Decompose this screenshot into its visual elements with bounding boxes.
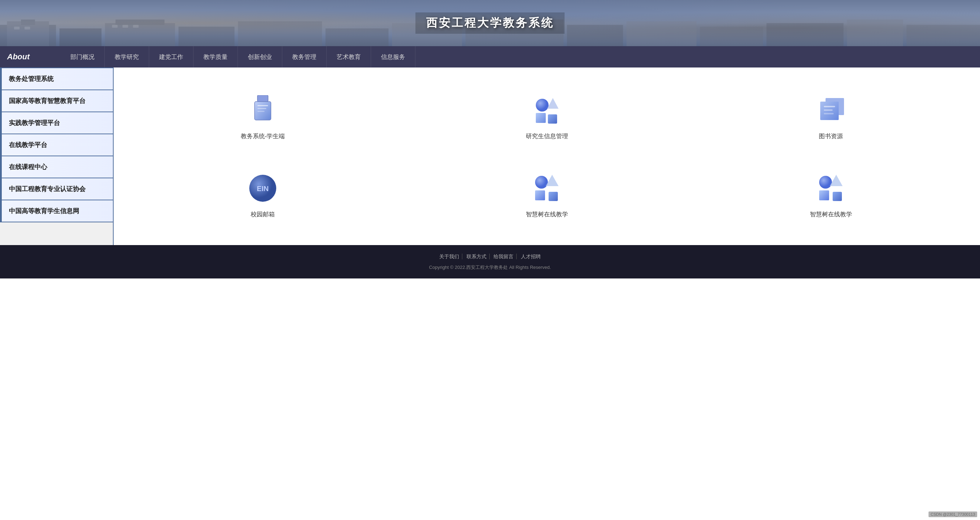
nav-party[interactable]: 建党工作: [149, 46, 194, 67]
svg-rect-2: [21, 19, 35, 25]
svg-text:EIN: EIN: [257, 185, 269, 193]
svg-point-42: [819, 176, 832, 188]
svg-rect-13: [700, 27, 763, 46]
sidebar-item-national[interactable]: 国家高等教育智慧教育平台: [0, 90, 113, 112]
footer-links: 关于我们 联系方式 给我留言 人才招聘: [6, 252, 974, 262]
nav-art[interactable]: 艺术教育: [327, 46, 371, 67]
nav-quality[interactable]: 教学质量: [194, 46, 238, 67]
email-icon: EIN: [245, 172, 280, 204]
svg-rect-16: [907, 25, 980, 46]
nav-innovation[interactable]: 创新创业: [238, 46, 282, 67]
portal-email-label: 校园邮箱: [251, 210, 275, 219]
sidebar-item-course[interactable]: 在线课程中心: [0, 156, 113, 178]
portal-graduate-info[interactable]: 研究生信息管理: [405, 78, 689, 156]
portal-academic-system[interactable]: 教务系统-学生端: [121, 78, 405, 156]
svg-rect-30: [548, 114, 557, 124]
portal-area: 教务系统-学生端: [114, 67, 980, 245]
footer: 关于我们 联系方式 给我留言 人才招聘 Copyright © 2022.西安工…: [0, 245, 980, 279]
svg-rect-44: [819, 190, 829, 200]
svg-rect-24: [258, 105, 268, 106]
svg-rect-34: [824, 109, 833, 111]
sidebar-item-practice[interactable]: 实践教学管理平台: [0, 112, 113, 134]
navbar-links: 部门概况 教学研究 建党工作 教学质量 创新创业 教务管理 艺术教育 信息服务: [60, 46, 973, 67]
svg-rect-1: [7, 21, 49, 46]
svg-rect-22: [258, 95, 268, 102]
footer-copyright: Copyright © 2022.西安工程大学教务处 All Rights Re…: [6, 263, 974, 272]
sidebar: 教务处管理系统 国家高等教育智慧教育平台 实践教学管理平台 在线教学平台 在线课…: [0, 67, 114, 245]
svg-rect-25: [258, 108, 266, 109]
svg-rect-12: [626, 21, 696, 46]
svg-rect-21: [133, 25, 139, 28]
portal-smart-tree-2[interactable]: 智慧树在线教学: [689, 156, 973, 234]
nav-teaching[interactable]: 教学研究: [105, 46, 149, 67]
svg-rect-19: [112, 25, 118, 28]
svg-rect-7: [238, 21, 322, 46]
svg-rect-11: [567, 25, 623, 46]
svg-point-27: [536, 99, 549, 112]
academic-icon: [245, 94, 280, 126]
portal-smart-tree-2-label: 智慧树在线教学: [810, 210, 852, 219]
portal-graduate-label: 研究生信息管理: [526, 132, 568, 140]
svg-rect-14: [767, 23, 844, 46]
sidebar-item-student-info[interactable]: 中国高等教育学生信息网: [0, 200, 113, 222]
portal-smart-tree-1-label: 智慧树在线教学: [526, 210, 568, 219]
portal-library[interactable]: 图书资源: [689, 78, 973, 156]
header-banner: 西安工程大学教务系统: [0, 0, 980, 46]
portal-email[interactable]: EIN 校园邮箱: [121, 156, 405, 234]
footer-message[interactable]: 给我留言: [491, 254, 517, 259]
svg-marker-43: [830, 175, 843, 186]
svg-rect-35: [824, 113, 834, 114]
nav-management[interactable]: 教务管理: [282, 46, 327, 67]
sidebar-item-admin[interactable]: 教务处管理系统: [0, 67, 113, 90]
svg-rect-41: [549, 192, 558, 201]
portal-smart-tree-1[interactable]: 智慧树在线教学: [405, 156, 689, 234]
footer-recruit[interactable]: 人才招聘: [518, 254, 544, 259]
svg-rect-40: [535, 190, 545, 200]
library-icon: [813, 94, 849, 126]
smart-icon: [529, 172, 565, 204]
portal-library-label: 图书资源: [819, 132, 843, 140]
svg-rect-5: [115, 19, 164, 25]
svg-marker-28: [547, 98, 558, 109]
about-label: About: [7, 52, 50, 61]
svg-rect-20: [123, 25, 128, 28]
svg-rect-17: [14, 27, 19, 29]
graduate-icon: [529, 94, 565, 126]
svg-point-38: [535, 176, 548, 188]
svg-marker-39: [546, 175, 558, 186]
svg-rect-26: [258, 111, 264, 112]
footer-contact[interactable]: 联系方式: [464, 254, 490, 259]
svg-rect-45: [833, 192, 842, 201]
svg-rect-8: [326, 29, 388, 46]
svg-rect-3: [60, 29, 102, 46]
sidebar-item-online[interactable]: 在线教学平台: [0, 134, 113, 156]
nav-dept[interactable]: 部门概况: [60, 46, 105, 67]
navbar: About 部门概况 教学研究 建党工作 教学质量 创新创业 教务管理 艺术教育…: [0, 46, 980, 67]
page-title: 西安工程大学教务系统: [415, 13, 565, 34]
nav-info[interactable]: 信息服务: [371, 46, 415, 67]
svg-rect-15: [847, 19, 903, 46]
svg-rect-29: [536, 113, 546, 123]
main-content: 教务处管理系统 国家高等教育智慧教育平台 实践教学管理平台 在线教学平台 在线课…: [0, 67, 980, 245]
svg-rect-18: [24, 27, 30, 29]
footer-about-us[interactable]: 关于我们: [436, 254, 462, 259]
smart-icon-2: [813, 172, 849, 204]
svg-rect-33: [824, 106, 835, 107]
svg-rect-6: [178, 27, 235, 46]
portal-academic-label: 教务系统-学生端: [241, 132, 285, 140]
sidebar-item-engineering[interactable]: 中国工程教育专业认证协会: [0, 178, 113, 200]
